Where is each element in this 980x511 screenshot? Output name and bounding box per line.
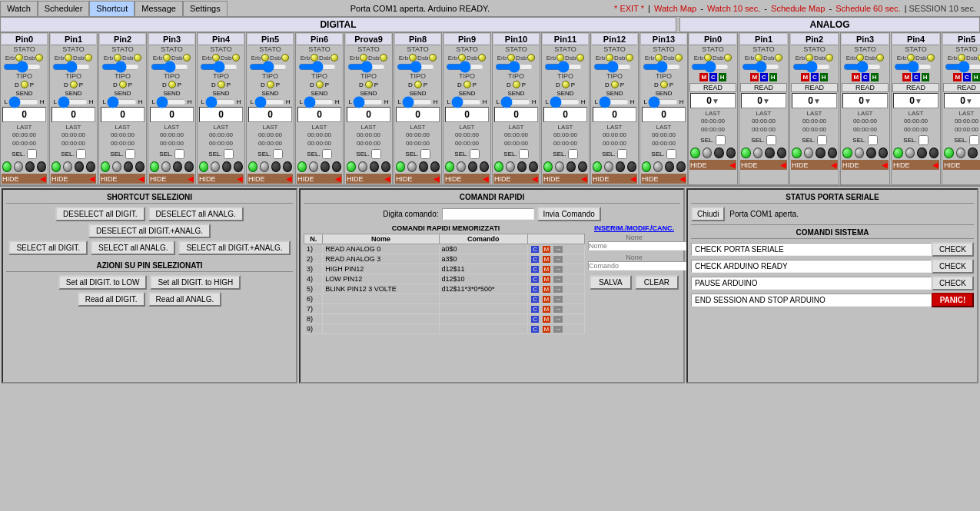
send-slider[interactable] <box>205 99 236 105</box>
stato-slider[interactable] <box>101 64 140 70</box>
sel-checkbox[interactable] <box>371 149 381 159</box>
down-arrow[interactable]: ▼ <box>813 97 821 105</box>
m-action-badge[interactable]: M <box>543 296 551 303</box>
check-btn[interactable]: CHECK <box>932 242 974 257</box>
stato-slider[interactable] <box>151 64 189 70</box>
m-action-badge[interactable]: M <box>543 286 551 293</box>
hide-row[interactable]: HIDE ◀ <box>592 174 637 184</box>
stato-slider[interactable] <box>643 64 681 70</box>
send-slider[interactable] <box>58 99 88 105</box>
c-action-badge[interactable]: C <box>531 256 539 263</box>
hide-row[interactable]: HIDE ◀ <box>943 160 980 170</box>
read-analg-btn[interactable]: Read all ANALG. <box>148 292 222 307</box>
sel-checkbox[interactable] <box>273 149 283 159</box>
m-action-badge[interactable]: M <box>543 316 551 323</box>
stato-slider[interactable] <box>544 64 583 70</box>
tab-message[interactable]: Message <box>135 1 183 16</box>
tab-settings[interactable]: Settings <box>183 1 228 16</box>
hide-row[interactable]: HIDE ◀ <box>198 174 244 184</box>
select-all-digit-btn[interactable]: SELECT all DIGIT. <box>8 241 88 255</box>
stato-slider[interactable] <box>397 64 435 70</box>
arrow-action-badge[interactable]: → <box>553 306 563 313</box>
nome-field[interactable] <box>588 241 696 251</box>
sel-checkbox[interactable] <box>519 149 529 159</box>
hide-row[interactable]: HIDE ◀ <box>842 160 889 170</box>
command-input[interactable] <box>442 208 534 220</box>
stato-slider[interactable] <box>843 64 882 70</box>
inserim-link[interactable]: INSERIM./MODIF./CANC. <box>594 224 674 232</box>
sel-checkbox[interactable] <box>322 149 332 159</box>
c-action-badge[interactable]: C <box>531 276 539 283</box>
send-slider[interactable] <box>107 99 138 105</box>
stato-slider[interactable] <box>691 64 729 70</box>
schedule-60-link[interactable]: Schedule 60 sec. <box>835 4 900 13</box>
send-slider[interactable] <box>156 99 187 105</box>
m-action-badge[interactable]: M <box>543 306 551 313</box>
read-btn[interactable]: READ <box>842 83 889 92</box>
exit-link[interactable]: * EXIT * <box>614 4 644 13</box>
sel-checkbox[interactable] <box>224 149 234 159</box>
m-action-badge[interactable]: M <box>543 326 551 333</box>
hide-row[interactable]: HIDE ◀ <box>51 174 96 184</box>
panic-btn[interactable]: PANIC! <box>932 293 974 307</box>
stato-slider[interactable] <box>593 64 632 70</box>
m-action-badge[interactable]: M <box>543 246 551 253</box>
hide-row[interactable]: HIDE ◀ <box>100 174 145 184</box>
c-action-badge[interactable]: C <box>531 316 539 323</box>
send-slider[interactable] <box>304 99 334 105</box>
arrow-action-badge[interactable]: → <box>553 276 563 283</box>
check-btn[interactable]: CHECK <box>932 276 974 290</box>
m-action-badge[interactable]: M <box>543 276 551 283</box>
read-btn[interactable]: READ <box>740 83 787 92</box>
hide-row[interactable]: HIDE ◀ <box>543 174 588 184</box>
watch-map-link[interactable]: Watch Map <box>654 4 696 13</box>
stato-slider[interactable] <box>52 64 91 70</box>
send-slider[interactable] <box>353 99 384 105</box>
read-btn[interactable]: READ <box>943 83 980 92</box>
sel-checkbox[interactable] <box>420 149 430 159</box>
stato-slider[interactable] <box>945 64 980 70</box>
read-digit-btn[interactable]: Read all DIGIT. <box>78 292 145 307</box>
send-slider[interactable] <box>8 99 39 105</box>
comando-field[interactable] <box>588 261 696 270</box>
set-high-btn[interactable]: Set all DIGIT. to HIGH <box>150 275 241 290</box>
stato-slider[interactable] <box>792 64 831 70</box>
hide-row[interactable]: HIDE ◀ <box>493 174 539 184</box>
watch-10-link[interactable]: Watch 10 sec. <box>707 4 760 13</box>
down-arrow[interactable]: ▼ <box>965 97 973 105</box>
sel-checkbox[interactable] <box>174 149 184 159</box>
down-arrow[interactable]: ▼ <box>864 97 872 105</box>
send-slider[interactable] <box>648 99 679 105</box>
read-btn[interactable]: READ <box>791 83 838 92</box>
read-btn[interactable]: READ <box>892 83 939 92</box>
hide-row[interactable]: HIDE ◀ <box>149 174 194 184</box>
down-arrow[interactable]: ▼ <box>915 97 922 105</box>
send-slider[interactable] <box>500 99 531 105</box>
arrow-action-badge[interactable]: → <box>553 256 563 263</box>
send-slider[interactable] <box>550 99 580 105</box>
sel-checkbox[interactable] <box>666 149 676 159</box>
m-action-badge[interactable]: M <box>543 256 551 263</box>
hide-row[interactable]: HIDE ◀ <box>892 160 939 170</box>
tab-watch[interactable]: Watch <box>0 1 38 16</box>
stato-slider[interactable] <box>894 64 932 70</box>
salva-btn[interactable]: SALVA <box>590 275 632 290</box>
hide-row[interactable]: HIDE ◀ <box>247 174 293 184</box>
sel-checkbox[interactable] <box>817 135 827 145</box>
sel-checkbox[interactable] <box>568 149 578 159</box>
tab-scheduler[interactable]: Scheduler <box>38 1 90 16</box>
down-arrow[interactable]: ▼ <box>712 97 719 105</box>
read-btn[interactable]: READ <box>689 83 736 92</box>
hide-row[interactable]: HIDE ◀ <box>791 160 838 170</box>
schedule-map-link[interactable]: Schedule Map <box>771 4 825 13</box>
hide-row[interactable]: HIDE ◀ <box>2 174 47 184</box>
stato-slider[interactable] <box>3 64 42 70</box>
set-low-btn[interactable]: Set all DIGIT. to LOW <box>58 275 148 290</box>
c-action-badge[interactable]: C <box>531 286 539 293</box>
sel-checkbox[interactable] <box>27 149 37 159</box>
c-action-badge[interactable]: C <box>531 246 539 253</box>
c-action-badge[interactable]: C <box>531 296 539 303</box>
tab-shortcut[interactable]: Shortcut <box>89 1 135 16</box>
hide-row[interactable]: HIDE ◀ <box>444 174 490 184</box>
arrow-action-badge[interactable]: → <box>553 326 563 333</box>
